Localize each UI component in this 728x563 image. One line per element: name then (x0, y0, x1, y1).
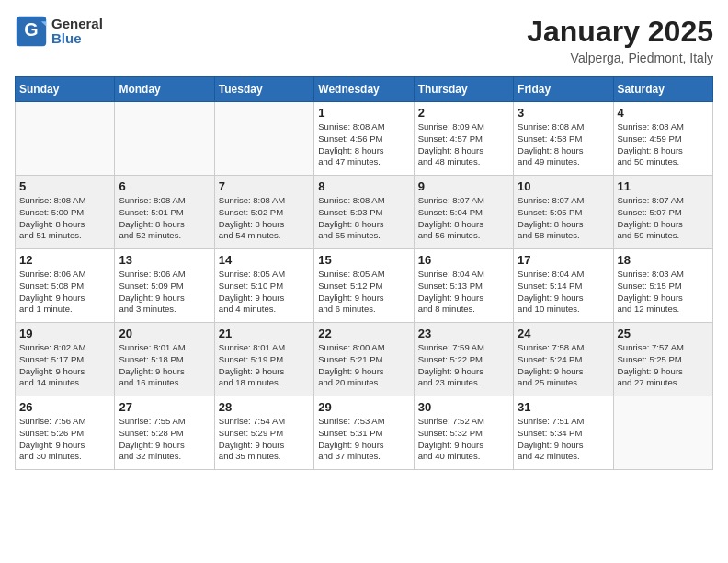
day-info: Sunrise: 7:52 AM Sunset: 5:32 PM Dayligh… (418, 416, 509, 463)
day-number: 2 (418, 106, 509, 120)
calendar-cell: 9Sunrise: 8:07 AM Sunset: 5:04 PM Daylig… (414, 176, 513, 249)
day-number: 26 (19, 400, 110, 414)
logo-icon: G (15, 15, 48, 48)
day-info: Sunrise: 8:08 AM Sunset: 4:58 PM Dayligh… (518, 121, 609, 168)
day-number: 22 (318, 327, 409, 340)
day-number: 7 (219, 179, 310, 193)
day-number: 3 (518, 106, 609, 120)
calendar-cell: 4Sunrise: 8:08 AM Sunset: 4:59 PM Daylig… (613, 102, 712, 176)
day-number: 24 (518, 327, 609, 340)
calendar-cell: 10Sunrise: 8:07 AM Sunset: 5:05 PM Dayli… (514, 176, 613, 249)
day-info: Sunrise: 8:08 AM Sunset: 4:59 PM Dayligh… (618, 121, 709, 168)
day-info: Sunrise: 7:59 AM Sunset: 5:22 PM Dayligh… (418, 342, 509, 389)
calendar-title: January 2025 (527, 15, 713, 49)
logo-general-text: General (51, 17, 103, 32)
calendar-cell: 1Sunrise: 8:08 AM Sunset: 4:56 PM Daylig… (314, 102, 414, 176)
day-number: 23 (418, 327, 509, 340)
calendar-week-3: 12Sunrise: 8:06 AM Sunset: 5:08 PM Dayli… (16, 249, 713, 323)
calendar-cell: 26Sunrise: 7:56 AM Sunset: 5:26 PM Dayli… (16, 396, 115, 470)
day-number: 17 (518, 253, 609, 267)
day-info: Sunrise: 8:01 AM Sunset: 5:19 PM Dayligh… (219, 342, 310, 389)
calendar-cell: 7Sunrise: 8:08 AM Sunset: 5:02 PM Daylig… (214, 176, 313, 249)
calendar-cell: 19Sunrise: 8:02 AM Sunset: 5:17 PM Dayli… (16, 323, 115, 396)
day-number: 11 (618, 179, 709, 193)
day-info: Sunrise: 8:03 AM Sunset: 5:15 PM Dayligh… (618, 269, 709, 316)
day-info: Sunrise: 8:02 AM Sunset: 5:17 PM Dayligh… (19, 342, 110, 389)
calendar-cell: 5Sunrise: 8:08 AM Sunset: 5:00 PM Daylig… (16, 176, 115, 249)
calendar-cell: 3Sunrise: 8:08 AM Sunset: 4:58 PM Daylig… (514, 102, 613, 176)
header: G General Blue January 2025 Valperga, Pi… (15, 15, 713, 65)
day-number: 8 (318, 179, 409, 193)
calendar-subtitle: Valperga, Piedmont, Italy (527, 51, 713, 65)
day-info: Sunrise: 7:51 AM Sunset: 5:34 PM Dayligh… (518, 416, 609, 463)
day-number: 19 (19, 327, 110, 340)
day-info: Sunrise: 8:07 AM Sunset: 5:05 PM Dayligh… (518, 195, 609, 242)
day-info: Sunrise: 7:54 AM Sunset: 5:29 PM Dayligh… (219, 416, 310, 463)
day-number: 30 (418, 400, 509, 414)
weekday-header-thursday: Thursday (414, 77, 513, 102)
calendar-week-4: 19Sunrise: 8:02 AM Sunset: 5:17 PM Dayli… (16, 323, 713, 396)
day-number: 12 (19, 253, 110, 267)
day-number: 10 (518, 179, 609, 193)
calendar-cell: 23Sunrise: 7:59 AM Sunset: 5:22 PM Dayli… (414, 323, 513, 396)
calendar-cell: 29Sunrise: 7:53 AM Sunset: 5:31 PM Dayli… (314, 396, 414, 470)
weekday-header-sunday: Sunday (16, 77, 115, 102)
calendar-cell: 22Sunrise: 8:00 AM Sunset: 5:21 PM Dayli… (314, 323, 414, 396)
day-number: 15 (318, 253, 409, 267)
day-info: Sunrise: 8:01 AM Sunset: 5:18 PM Dayligh… (119, 342, 210, 389)
day-number: 16 (418, 253, 509, 267)
calendar-cell: 13Sunrise: 8:06 AM Sunset: 5:09 PM Dayli… (115, 249, 214, 323)
calendar-cell: 25Sunrise: 7:57 AM Sunset: 5:25 PM Dayli… (613, 323, 712, 396)
day-info: Sunrise: 8:05 AM Sunset: 5:10 PM Dayligh… (219, 269, 310, 316)
calendar-cell (214, 102, 313, 176)
logo-blue-text: Blue (51, 31, 103, 47)
day-info: Sunrise: 8:00 AM Sunset: 5:21 PM Dayligh… (318, 342, 409, 389)
logo-text: General Blue (51, 17, 103, 47)
day-number: 1 (318, 106, 409, 120)
weekday-header-tuesday: Tuesday (214, 77, 313, 102)
calendar-week-5: 26Sunrise: 7:56 AM Sunset: 5:26 PM Dayli… (16, 396, 713, 470)
calendar-week-1: 1Sunrise: 8:08 AM Sunset: 4:56 PM Daylig… (16, 102, 713, 176)
day-info: Sunrise: 8:04 AM Sunset: 5:13 PM Dayligh… (418, 269, 509, 316)
weekday-header-saturday: Saturday (613, 77, 712, 102)
calendar-cell: 6Sunrise: 8:08 AM Sunset: 5:01 PM Daylig… (115, 176, 214, 249)
day-info: Sunrise: 8:06 AM Sunset: 5:08 PM Dayligh… (19, 269, 110, 316)
calendar-cell: 2Sunrise: 8:09 AM Sunset: 4:57 PM Daylig… (414, 102, 513, 176)
day-number: 18 (618, 253, 709, 267)
day-number: 9 (418, 179, 509, 193)
calendar-cell (115, 102, 214, 176)
day-number: 4 (618, 106, 709, 120)
weekday-header-wednesday: Wednesday (314, 77, 414, 102)
calendar-cell: 15Sunrise: 8:05 AM Sunset: 5:12 PM Dayli… (314, 249, 414, 323)
title-area: January 2025 Valperga, Piedmont, Italy (527, 15, 713, 65)
day-number: 27 (119, 400, 210, 414)
day-number: 20 (119, 327, 210, 340)
calendar-cell: 21Sunrise: 8:01 AM Sunset: 5:19 PM Dayli… (214, 323, 313, 396)
calendar-cell (16, 102, 115, 176)
calendar-table: SundayMondayTuesdayWednesdayThursdayFrid… (15, 76, 713, 470)
day-number: 29 (318, 400, 409, 414)
day-number: 5 (19, 179, 110, 193)
calendar-week-2: 5Sunrise: 8:08 AM Sunset: 5:00 PM Daylig… (16, 176, 713, 249)
calendar-cell: 12Sunrise: 8:06 AM Sunset: 5:08 PM Dayli… (16, 249, 115, 323)
day-number: 31 (518, 400, 609, 414)
day-info: Sunrise: 7:56 AM Sunset: 5:26 PM Dayligh… (19, 416, 110, 463)
day-number: 25 (618, 327, 709, 340)
day-info: Sunrise: 8:07 AM Sunset: 5:07 PM Dayligh… (618, 195, 709, 242)
calendar-body: 1Sunrise: 8:08 AM Sunset: 4:56 PM Daylig… (16, 102, 713, 470)
calendar-cell: 30Sunrise: 7:52 AM Sunset: 5:32 PM Dayli… (414, 396, 513, 470)
day-info: Sunrise: 8:06 AM Sunset: 5:09 PM Dayligh… (119, 269, 210, 316)
calendar-cell: 11Sunrise: 8:07 AM Sunset: 5:07 PM Dayli… (613, 176, 712, 249)
weekday-header-monday: Monday (115, 77, 214, 102)
calendar-cell: 20Sunrise: 8:01 AM Sunset: 5:18 PM Dayli… (115, 323, 214, 396)
calendar-cell: 28Sunrise: 7:54 AM Sunset: 5:29 PM Dayli… (214, 396, 313, 470)
day-info: Sunrise: 8:09 AM Sunset: 4:57 PM Dayligh… (418, 121, 509, 168)
day-info: Sunrise: 7:55 AM Sunset: 5:28 PM Dayligh… (119, 416, 210, 463)
day-number: 28 (219, 400, 310, 414)
calendar-cell: 8Sunrise: 8:08 AM Sunset: 5:03 PM Daylig… (314, 176, 414, 249)
calendar-cell: 18Sunrise: 8:03 AM Sunset: 5:15 PM Dayli… (613, 249, 712, 323)
day-info: Sunrise: 8:08 AM Sunset: 5:03 PM Dayligh… (318, 195, 409, 242)
day-number: 6 (119, 179, 210, 193)
logo: G General Blue (15, 15, 103, 48)
calendar-cell: 16Sunrise: 8:04 AM Sunset: 5:13 PM Dayli… (414, 249, 513, 323)
